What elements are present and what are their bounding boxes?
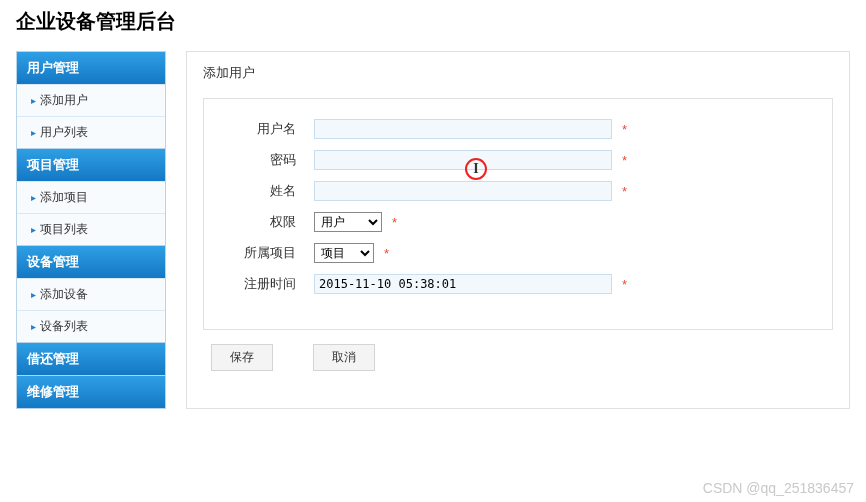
arrow-icon: ▸ [31,289,36,300]
cancel-button[interactable]: 取消 [313,344,375,371]
label-project: 所属项目 [228,244,314,262]
sidebar: 用户管理 ▸添加用户 ▸用户列表 项目管理 ▸添加项目 ▸项目列表 设备管理 ▸… [16,51,166,409]
sidebar-item-add-project[interactable]: ▸添加项目 [17,181,165,213]
app-title: 企业设备管理后台 [16,8,850,35]
select-permission[interactable]: 用户 [314,212,382,232]
arrow-icon: ▸ [31,95,36,106]
sidebar-item-add-user[interactable]: ▸添加用户 [17,84,165,116]
required-mark: * [622,153,627,168]
arrow-icon: ▸ [31,224,36,235]
label-realname: 姓名 [228,182,314,200]
required-mark: * [622,122,627,137]
save-button[interactable]: 保存 [211,344,273,371]
label-regtime: 注册时间 [228,275,314,293]
required-mark: * [392,215,397,230]
sidebar-section-users[interactable]: 用户管理 [17,52,165,84]
watermark: CSDN @qq_251836457 [703,480,854,496]
arrow-icon: ▸ [31,321,36,332]
input-password[interactable] [314,150,612,170]
sidebar-item-device-list[interactable]: ▸设备列表 [17,310,165,342]
sidebar-item-project-list[interactable]: ▸项目列表 [17,213,165,245]
arrow-icon: ▸ [31,127,36,138]
sidebar-item-add-device[interactable]: ▸添加设备 [17,278,165,310]
arrow-icon: ▸ [31,192,36,203]
label-password: 密码 [228,151,314,169]
input-regtime[interactable] [314,274,612,294]
input-username[interactable] [314,119,612,139]
sidebar-section-devices[interactable]: 设备管理 [17,245,165,278]
required-mark: * [622,277,627,292]
select-project[interactable]: 项目 [314,243,374,263]
sidebar-section-repair[interactable]: 维修管理 [17,375,165,408]
required-mark: * [384,246,389,261]
sidebar-section-borrow[interactable]: 借还管理 [17,342,165,375]
input-realname[interactable] [314,181,612,201]
label-username: 用户名 [228,120,314,138]
page-header: 企业设备管理后台 [0,0,866,51]
sidebar-section-projects[interactable]: 项目管理 [17,148,165,181]
form-box: 用户名 * 密码 * 姓名 * 权限 用户 * [203,98,833,330]
sidebar-item-user-list[interactable]: ▸用户列表 [17,116,165,148]
label-permission: 权限 [228,213,314,231]
main-panel: 添加用户 用户名 * 密码 * 姓名 * 权限 用户 [186,51,850,409]
form-title: 添加用户 [203,64,833,82]
required-mark: * [622,184,627,199]
